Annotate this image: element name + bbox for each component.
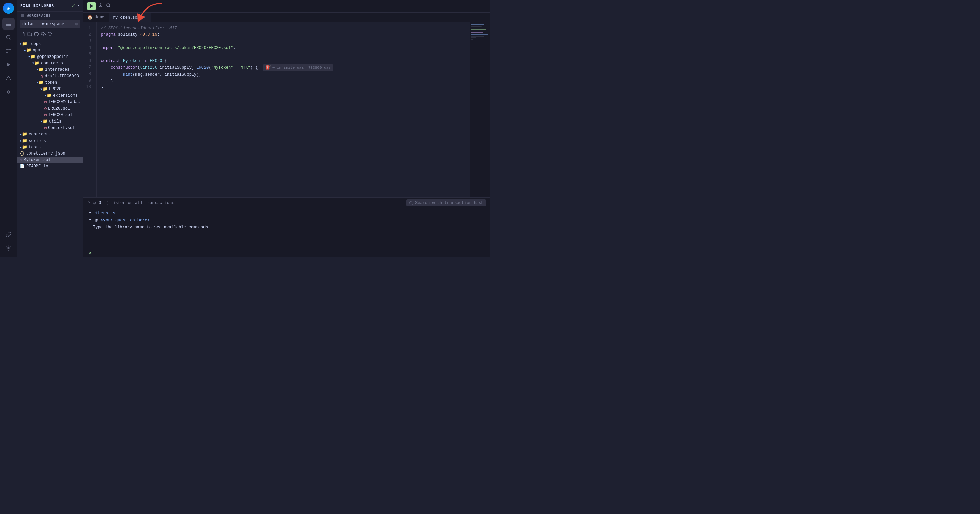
download-btn[interactable] [48,32,52,38]
terminal-collapse-btn[interactable]: ⌃ [88,200,90,206]
forward-icon[interactable]: › [77,3,80,8]
file-explorer-panel: FILE EXPLORER ✓ › WORKSPACES default_wor… [17,0,83,257]
connect-icon[interactable] [2,228,14,241]
tree-item-token[interactable]: ▾📁 token [17,79,83,86]
terminal-toolbar: ⌃ ⊗ 0 listen on all transactions [83,198,490,208]
tab-mytoken-label: MyToken.sol [113,15,140,20]
tree-item-README[interactable]: 📄 README.txt [17,163,83,170]
code-string: "MTK" [238,65,250,71]
terminal-search-input[interactable] [415,201,483,205]
code-line-4: import "@openzeppelin/contracts/token/ER… [101,45,466,51]
line-num-7: 7 [83,64,94,71]
tree-item-openzeppelin[interactable]: ▾📁 @openzeppelin [17,53,83,60]
sidebar-icons-panel: ◈ [0,0,17,257]
tree-item-contracts-inner[interactable]: ▾📁 contracts [17,60,83,66]
search-icon[interactable] [2,31,14,44]
code-line-7: constructor(uint256 initialSupply) ERC20… [101,64,466,72]
tab-close-button[interactable]: ✕ [142,15,147,20]
tree-item-interfaces[interactable]: ▾📁 interfaces [17,66,83,73]
tree-item-tests[interactable]: ▸📁 tests [17,144,83,150]
folder-icon: ▾📁 [36,67,43,72]
folder-icon: ▾📁 [40,86,48,92]
tree-item-ERC20-sol[interactable]: ◎ ERC20.sol [17,105,83,111]
tree-item-prettierrc[interactable]: {} .prettierrc.json [17,150,83,157]
file-explorer-title: FILE EXPLORER [21,4,54,8]
code-keyword: contract [101,58,123,64]
line-num-9: 9 [83,78,94,84]
source-control-icon[interactable] [2,45,14,57]
item-label: contracts [41,61,63,66]
tree-item-deps[interactable]: ▸📁 .deps [17,40,83,47]
tab-mytoken[interactable]: MyToken.sol ✕ [109,13,151,22]
editor-area: 1 2 3 4 5 6 7 8 9 10 // SPDX-License-Ide… [83,22,490,197]
code-line-6: contract MyToken is ERC20 { [101,58,466,64]
tree-item-Context-sol[interactable]: ◎ Context.sol [17,124,83,131]
tree-item-utils[interactable]: ▾📁 utils [17,118,83,124]
code-keyword: constructor [111,65,137,71]
run-button[interactable] [88,2,95,10]
file-explorer-icon[interactable] [2,18,14,30]
tree-item-scripts[interactable]: ▸📁 scripts [17,137,83,144]
code-punct: ; [233,45,235,51]
sol-icon: ◎ [44,106,47,111]
code-keyword: import [101,45,118,51]
svg-rect-3 [6,25,11,25]
workspace-selector[interactable]: default_workspace ⊕ [20,20,80,28]
code-plain: msg.sender, initialSupply [135,72,196,78]
line-num-3: 3 [83,38,94,45]
item-label: scripts [29,138,46,143]
code-editor[interactable]: // SPDX-License-Identifier: MIT pragma s… [97,22,469,197]
deploy-icon[interactable] [2,72,14,84]
item-label: tests [29,145,41,150]
file-toolbar [17,30,83,40]
listen-checkbox[interactable] [104,201,108,205]
folder-icon: ▸📁 [24,48,31,53]
folder-icon: ▾📁 [28,54,35,59]
tree-item-contracts-root[interactable]: ▸📁 contracts [17,131,83,137]
folder-icon: ▸📁 [20,145,27,150]
zoom-out-icon[interactable] [106,3,111,10]
new-file-btn[interactable] [21,32,25,38]
svg-line-34 [412,204,412,204]
code-func: _mint [121,72,133,78]
tree-item-IERC20Metadata[interactable]: ◎ IERC20Metadata.sol [17,99,83,105]
code-line-8: _mint(msg.sender, initialSupply); [101,72,466,78]
tree-item-MyToken[interactable]: ◎ MyToken.sol [17,157,83,163]
code-keyword: pragma [101,32,118,38]
item-label: README.txt [26,164,51,169]
new-folder-btn[interactable] [27,32,32,38]
upload-btn[interactable] [41,32,46,38]
svg-rect-1 [6,23,11,24]
tab-home[interactable]: 🏠 Home [83,13,109,22]
svg-point-7 [6,52,8,53]
item-label: npm [33,48,40,53]
tree-item-IERC20-sol[interactable]: ◎ IERC20.sol [17,111,83,118]
gas-hint-text: ∞ infinite gas 733800 gas [272,65,331,71]
github-btn[interactable] [34,32,39,38]
tree-item-draft-IERC6093[interactable]: ◎ draft-IERC6093.sol [17,73,83,79]
code-line-1: // SPDX-License-Identifier: MIT [101,25,466,32]
item-label: interfaces [45,67,69,72]
zoom-in-icon[interactable] [98,3,103,10]
code-contract-name: MyToken [123,58,143,64]
gpt-link[interactable]: <your question here> [101,217,150,224]
svg-point-4 [6,35,10,39]
terminal-prompt: > [89,251,92,256]
tree-item-ERC20-folder[interactable]: ▾📁 ERC20 [17,86,83,92]
code-plain [101,78,111,85]
svg-point-6 [6,49,8,50]
line-num-1: 1 [83,25,94,32]
code-comment: // SPDX-License-Identifier: MIT [101,25,177,32]
sol-icon: ◎ [44,112,47,118]
settings-icon[interactable] [2,242,14,254]
tree-item-npm[interactable]: ▸📁 npm [17,47,83,53]
terminal-line-ethers: • ethers.js [89,210,485,217]
sol-icon: ◎ [20,157,22,162]
logo-icon[interactable]: ◈ [3,3,14,14]
workspace-gear-icon[interactable]: ⊕ [75,21,78,27]
debug-icon[interactable] [2,86,14,98]
sol-icon: ◎ [44,99,47,105]
ethers-link[interactable]: ethers.js [93,210,115,217]
tree-item-extensions[interactable]: ▾📁 extensions [17,92,83,99]
compile-icon[interactable] [2,59,14,71]
